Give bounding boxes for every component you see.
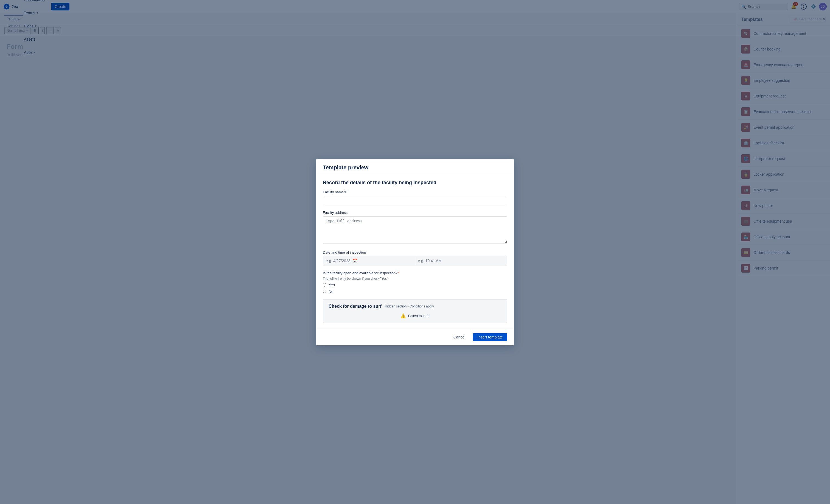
- hidden-section-title: Check for damage to surf: [328, 304, 382, 309]
- date-time-row: e.g. 4/27/2023 📅 e.g. 10:41 AM: [323, 256, 507, 265]
- radio-no-input[interactable]: [323, 290, 326, 293]
- template-preview-modal: Template preview Record the details of t…: [316, 159, 514, 345]
- insert-template-button[interactable]: Insert template: [473, 333, 507, 341]
- facility-address-label: Facility address: [323, 211, 507, 215]
- radio-yes-label: Yes: [328, 283, 335, 287]
- modal-header: Template preview: [316, 159, 514, 174]
- availability-hint: The full will only be shown if you check…: [323, 277, 507, 281]
- date-time-field: Date and time of inspection e.g. 4/27/20…: [323, 250, 507, 265]
- failed-load-message: ⚠️ Failed to load: [328, 313, 502, 318]
- facility-name-label: Facility name/ID: [323, 190, 507, 194]
- date-placeholder-text: e.g. 4/27/2023: [326, 259, 351, 263]
- modal-overlay: Template preview Record the details of t…: [0, 0, 830, 504]
- facility-name-field: Facility name/ID: [323, 190, 507, 205]
- facility-address-field: Facility address: [323, 211, 507, 245]
- hidden-section-header: Check for damage to surf Hidden section …: [328, 304, 502, 309]
- availability-radio-group: Yes No: [323, 283, 507, 294]
- facility-address-textarea[interactable]: [323, 216, 507, 244]
- radio-no-label: No: [328, 289, 333, 294]
- required-marker: *: [398, 271, 400, 275]
- availability-label: Is the facility open and available for i…: [323, 271, 507, 275]
- radio-no[interactable]: No: [323, 289, 507, 294]
- modal-footer: Cancel Insert template: [316, 328, 514, 345]
- modal-title: Template preview: [323, 164, 507, 171]
- modal-section-title: Record the details of the facility being…: [323, 180, 507, 186]
- modal-body: Record the details of the facility being…: [316, 174, 514, 328]
- hidden-section: Check for damage to surf Hidden section …: [323, 299, 507, 323]
- cancel-button[interactable]: Cancel: [449, 333, 470, 341]
- hidden-badge: Hidden section - Conditions apply: [385, 305, 434, 308]
- availability-field: Is the facility open and available for i…: [323, 271, 507, 294]
- time-placeholder-text: e.g. 10:41 AM: [418, 259, 442, 263]
- warning-icon: ⚠️: [401, 313, 406, 318]
- time-part[interactable]: e.g. 10:41 AM: [415, 256, 507, 265]
- radio-yes[interactable]: Yes: [323, 283, 507, 287]
- date-part[interactable]: e.g. 4/27/2023 📅: [323, 256, 415, 265]
- failed-load-text: Failed to load: [408, 314, 429, 318]
- calendar-icon: 📅: [353, 259, 357, 263]
- date-time-label: Date and time of inspection: [323, 250, 507, 254]
- facility-name-input[interactable]: [323, 196, 507, 205]
- radio-yes-input[interactable]: [323, 283, 326, 287]
